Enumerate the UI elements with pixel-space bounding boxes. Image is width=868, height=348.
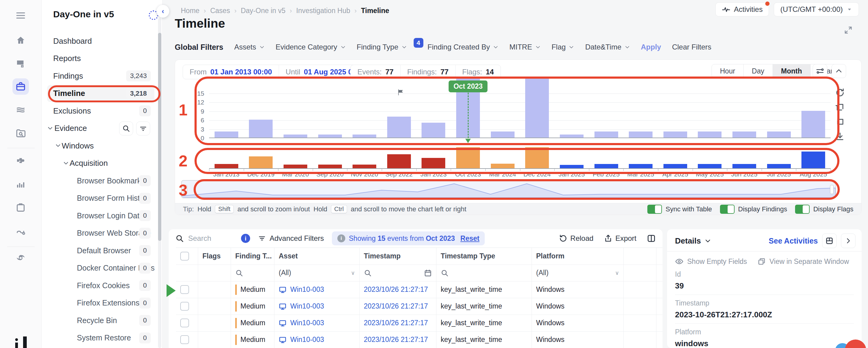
col-header-timestamp[interactable]: Timestamp [360, 248, 436, 265]
sidebar-item-browser-bookmarks[interactable]: Browser Bookmarks0 [47, 172, 154, 189]
strip-bar-sep-2022[interactable] [387, 154, 411, 168]
view-separate-window-button[interactable]: View in Separate Window [757, 257, 849, 266]
interval-day[interactable]: Day [743, 64, 773, 78]
integrations-icon[interactable] [12, 153, 29, 169]
close-panel-button[interactable] [841, 234, 856, 248]
toggle-display-findings[interactable]: Display Findings [720, 205, 787, 214]
breadcrumb-item[interactable]: Home [181, 7, 199, 15]
sidebar-item-browser-web-storage[interactable]: Browser Web Storage0 [47, 225, 154, 242]
sidebar-item-default-browser[interactable]: Default Browser0 [47, 242, 154, 259]
select-all-filter[interactable]: (All)∨ [274, 265, 360, 281]
asset-link[interactable]: Win10-003 [290, 319, 324, 327]
reload-button[interactable]: Reload [559, 234, 594, 243]
col-filter[interactable] [198, 265, 231, 281]
strip-bar-dec-2024[interactable] [525, 147, 549, 168]
event-bar-sep-2020[interactable] [318, 135, 342, 138]
timestamp-cell[interactable]: 2023/10/26 21:27:17 [360, 298, 436, 315]
sidebar-item-docker-container-logs[interactable]: Docker Container Logs0 [47, 259, 154, 277]
sidebar-item-timeline[interactable]: Timeline3,218 [47, 85, 154, 102]
apply-filters-button[interactable]: Apply [641, 43, 661, 51]
search-input[interactable]: Search [175, 234, 233, 243]
row-checkbox[interactable] [180, 318, 189, 327]
date-range-group[interactable]: From01 Jan 2013 00:00Until01 Aug 2025 00… [183, 65, 374, 79]
strip-bar-jan-2023[interactable] [422, 158, 445, 168]
strip-bar-apr-2025[interactable] [663, 164, 687, 168]
sidebar-scrollbar-thumb[interactable] [158, 33, 161, 241]
asset-cell[interactable]: Win10-003 [274, 298, 360, 315]
undo-zoom-icon[interactable] [835, 117, 845, 127]
strip-bar-sep-2020[interactable] [318, 165, 342, 168]
strip-bar-mar-2025[interactable] [629, 164, 653, 168]
strip-bar-dec-2019[interactable] [249, 156, 273, 168]
sidebar-item-reports[interactable]: Reports [47, 50, 154, 67]
select-all-checkbox[interactable] [180, 252, 189, 260]
strip-bar-mar-2024[interactable] [491, 164, 515, 168]
event-bar-mar-2024[interactable] [491, 132, 515, 138]
refresh-chart-icon[interactable] [835, 88, 845, 98]
strip-bar-oct-2023[interactable] [456, 147, 480, 168]
toggle-switch[interactable] [720, 205, 735, 214]
event-bar-aug-2025[interactable] [801, 111, 825, 138]
col-filter[interactable] [176, 265, 198, 281]
timestamp-cell[interactable]: 2023/10/26 21:27:17 [360, 331, 436, 348]
sidebar-collapse-button[interactable]: ‹ [157, 5, 169, 18]
sidebar-item-browser-login-data[interactable]: Browser Login Data0 [47, 207, 154, 224]
strip-bar-jul-2025[interactable] [767, 164, 791, 168]
sidebar-item-system-restore[interactable]: System Restore0 [47, 329, 154, 346]
assets-icon[interactable] [12, 56, 29, 72]
event-bar-jan-2025[interactable] [560, 135, 584, 138]
event-bar-apr-2025[interactable] [663, 132, 687, 138]
asset-link[interactable]: Win10-003 [290, 302, 324, 310]
folder-search-icon[interactable] [12, 125, 29, 141]
row-checkbox-cell[interactable] [176, 298, 198, 315]
chart-settings-button[interactable] [813, 64, 827, 78]
toggle-switch[interactable] [795, 205, 810, 214]
timestamp-link[interactable]: 2023/10/26 21:27:17 [364, 285, 428, 293]
evidence-search-button[interactable] [119, 121, 133, 135]
show-empty-fields-button[interactable]: Show Empty Fields [675, 257, 747, 266]
asset-link[interactable]: Win10-003 [290, 336, 324, 344]
activities-button[interactable]: Activities [715, 2, 769, 16]
strip-bar-feb-2025[interactable] [594, 164, 618, 168]
filter-dropdown-mitre[interactable]: MITRE [509, 43, 541, 51]
event-bar-mar-2025[interactable] [629, 132, 653, 138]
hurricane-icon[interactable] [12, 250, 29, 267]
event-bar-sep-2022[interactable] [387, 116, 411, 138]
cases-icon[interactable] [12, 78, 29, 95]
sidebar-item-recycle-bin[interactable]: Recycle Bin0 [47, 312, 154, 329]
strip-bar-jun-2025[interactable] [733, 164, 756, 168]
breadcrumb-item[interactable]: Day-One in v5 [241, 7, 285, 15]
sidebar-item-firefox-extensions[interactable]: Firefox Extensions0 [47, 294, 154, 312]
event-bar-jan-2023[interactable] [422, 123, 445, 138]
chart-navigator[interactable] [181, 180, 836, 198]
filter-dropdown-flag[interactable]: Flag [552, 43, 575, 51]
col-filter[interactable] [624, 265, 656, 281]
breadcrumb-item[interactable]: Timeline [361, 7, 389, 15]
col-header-asset[interactable]: Asset [274, 248, 360, 265]
findings-flags-strip[interactable] [209, 148, 831, 169]
strip-bar-nov-2020[interactable] [352, 165, 376, 168]
columns-button[interactable] [647, 234, 656, 243]
filter-dropdown-date-time[interactable]: Date&Time [585, 43, 630, 51]
event-bar-mar-2020[interactable] [284, 135, 307, 138]
col-filter[interactable] [231, 265, 274, 281]
export-button[interactable]: Export [604, 234, 637, 243]
sidebar-item-exclusions[interactable]: Exclusions0 [47, 102, 154, 119]
asset-cell[interactable]: Win10-003 [274, 281, 360, 298]
row-checkbox[interactable] [180, 285, 189, 294]
clear-filters-button[interactable]: Clear Filters [672, 43, 711, 51]
event-bar-jun-2025[interactable] [733, 132, 756, 138]
events-chart-plot[interactable]: Oct 2023 [209, 78, 831, 138]
see-activities-link[interactable]: See Activities [769, 237, 818, 245]
breadcrumb-item[interactable]: Cases [210, 7, 230, 15]
panel-layout-button[interactable] [822, 234, 837, 248]
sidebar-item-acquisition[interactable]: Acquisition [47, 155, 154, 172]
bar-chart-icon[interactable] [12, 176, 29, 193]
col-header[interactable] [624, 248, 656, 265]
navigator-right-handle[interactable] [830, 185, 834, 194]
filter-dropdown-assets[interactable]: Assets [234, 43, 265, 51]
expand-icon[interactable] [844, 26, 853, 35]
event-bar-dec-2024[interactable] [525, 77, 549, 138]
filter-dropdown-evidence-category[interactable]: Evidence Category [276, 43, 346, 51]
sidebar-item-windows[interactable]: Windows [47, 137, 154, 154]
